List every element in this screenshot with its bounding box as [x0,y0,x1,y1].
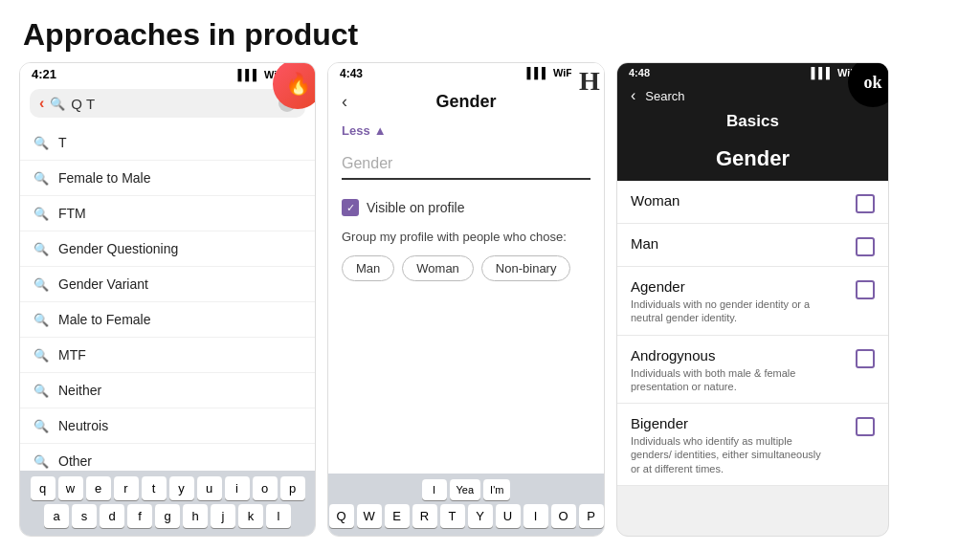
okcupid-gender-name: Bigender [631,415,856,431]
okcupid-time: 4:48 [629,67,650,79]
key-O[interactable]: O [551,504,576,528]
signal-icon: ▌▌▌ [811,67,833,79]
okcupid-item-woman[interactable]: Woman [617,181,888,224]
key-r[interactable]: r [114,476,139,500]
svg-text:H: H [579,66,600,96]
tinder-search-input[interactable]: Q T [71,96,273,112]
okcupid-item-androgynous[interactable]: Androgynous Individuals with both male &… [617,336,888,405]
signal-icon: ▌▌▌ [237,69,259,80]
list-item[interactable]: 🔍 Gender Questioning [20,231,315,267]
okcupid-gender-name: Woman [631,192,856,209]
key-l[interactable]: l [266,504,291,528]
okcupid-logo-text: ok [863,73,881,93]
okcupid-item-bigender[interactable]: Bigender Individuals who identify as mul… [617,404,888,486]
okcupid-gender-desc: Individuals who identify as multiple gen… [631,434,822,475]
hinge-gender-placeholder: Gender [342,155,392,171]
key-E[interactable]: E [385,504,410,528]
okcupid-checkbox[interactable] [856,417,875,436]
key-T[interactable]: T [440,504,465,528]
tinder-keyboard: q w e r t y u i o p a s d f g h j k l [20,471,315,536]
key-g[interactable]: g [155,504,180,528]
okcupid-checkbox[interactable] [856,194,875,213]
key-d[interactable]: d [100,504,124,528]
okcupid-item-left: Agender Individuals with no gender ident… [631,278,856,325]
list-item[interactable]: 🔍 FTM [20,196,315,231]
key-y[interactable]: y [169,476,194,500]
hinge-less-button[interactable]: Less ▲ [328,120,604,145]
okcupid-item-left: Androgynous Individuals with both male &… [631,347,856,394]
key-u[interactable]: u [197,476,222,500]
key-yea[interactable]: Yea [450,479,481,500]
key-s[interactable]: s [72,504,97,528]
key-i[interactable]: i [225,476,250,500]
key-t[interactable]: t [142,476,167,500]
search-result-label: T [58,135,67,150]
tinder-back-button[interactable]: ‹ [39,95,44,112]
search-result-icon: 🔍 [33,242,49,256]
chip-man[interactable]: Man [342,255,394,281]
okcupid-gender-desc: Individuals with both male & female pres… [631,366,822,394]
search-result-label: Male to Female [58,312,150,327]
okcupid-item-agender[interactable]: Agender Individuals with no gender ident… [617,267,888,336]
key-P[interactable]: P [579,504,604,528]
tinder-flame-icon: 🔥 [285,72,311,97]
okcupid-nav-title: Basics [617,112,888,131]
search-result-label: Neutrois [58,418,108,433]
screen-okcupid: ok 4:48 ▌▌▌ WiFi 🔋 ‹ Search Basics Gende… [616,62,889,537]
search-result-icon: 🔍 [33,384,49,398]
key-q[interactable]: q [31,476,56,500]
key-k[interactable]: k [238,504,263,528]
chip-woman[interactable]: Woman [402,255,474,281]
key-I[interactable]: I [422,479,447,500]
tinder-search-bar[interactable]: ‹ 🔍 Q T × [30,89,305,118]
okcupid-checkbox[interactable] [856,349,875,368]
okcupid-back-button[interactable]: ‹ [631,87,635,104]
okcupid-item-man[interactable]: Man [617,224,888,267]
search-result-icon: 🔍 [33,313,49,327]
keyboard-row-1: q w e r t y u i o p [22,476,313,500]
okcupid-gender-name: Man [631,235,856,252]
key-Y[interactable]: Y [468,504,493,528]
key-a[interactable]: a [44,504,69,528]
key-W[interactable]: W [357,504,382,528]
okcupid-search-label[interactable]: Search [645,89,684,103]
hinge-keyboard-row-2: Q W E R T Y U I O P [330,504,602,528]
tinder-status-bar: 4:21 ▌▌▌ WiFi 🔋 [20,63,315,85]
key-p[interactable]: p [280,476,305,500]
hinge-visible-row: ✓ Visible on profile [328,191,604,224]
list-item[interactable]: 🔍 MTF [20,338,315,373]
key-Q[interactable]: Q [329,504,354,528]
okcupid-checkbox[interactable] [856,280,875,299]
list-item[interactable]: 🔍 Neither [20,373,315,408]
key-e[interactable]: e [86,476,111,500]
hinge-visible-checkbox[interactable]: ✓ [342,199,359,216]
key-h[interactable]: h [183,504,208,528]
key-j[interactable]: j [211,504,235,528]
list-item[interactable]: 🔍 Gender Variant [20,267,315,302]
key-I2[interactable]: I [523,504,548,528]
search-result-label: Gender Questioning [58,241,178,256]
search-result-label: Female to Male [58,170,150,186]
key-f[interactable]: f [127,504,152,528]
list-item[interactable]: 🔍 Male to Female [20,302,315,338]
list-item[interactable]: 🔍 Female to Male [20,161,315,196]
keyboard-row-2: a s d f g h j k l [22,504,313,528]
key-im[interactable]: I'm [483,479,510,500]
list-item[interactable]: 🔍 Neutrois [20,408,315,444]
key-R[interactable]: R [412,504,437,528]
hinge-back-button[interactable]: ‹ [342,92,347,112]
list-item[interactable]: 🔍 T [20,125,315,161]
screen-hinge: H 4:43 ▌▌▌ WiFi 🔋 ‹ Gender Less ▲ Gender… [327,62,605,537]
key-o[interactable]: o [253,476,278,500]
hinge-logo: H [568,62,605,103]
okcupid-gender-name: Androgynous [631,347,856,364]
okcupid-header: Basics [617,108,888,141]
screens-container: 🔥 4:21 ▌▌▌ WiFi 🔋 ‹ 🔍 Q T × 🔍 T 🔍 Female [0,62,980,537]
search-result-icon: 🔍 [33,454,49,469]
chip-nonbinary[interactable]: Non-binary [481,255,571,281]
okcupid-checkbox[interactable] [856,237,875,256]
hinge-gender-input[interactable]: Gender [342,149,590,180]
search-result-label: Gender Variant [58,276,148,292]
key-U[interactable]: U [496,504,521,528]
key-w[interactable]: w [58,476,83,500]
